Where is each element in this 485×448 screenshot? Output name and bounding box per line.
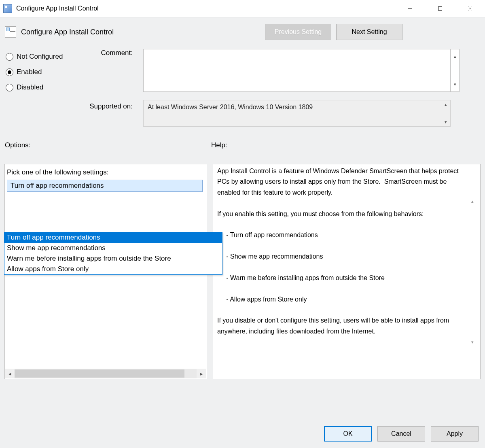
supported-on-box: At least Windows Server 2016, Windows 10… [143,100,451,127]
help-scrollbar[interactable]: ▴ ▾ [468,166,477,377]
radio-icon [6,68,13,76]
app-icon [3,4,12,13]
scroll-down-icon: ▾ [471,307,474,377]
scroll-thumb[interactable] [15,369,184,378]
comment-scrollbar[interactable]: ▴ ▾ [451,49,460,92]
app-body: Configure App Install Control Previous S… [0,17,485,448]
radio-enabled[interactable]: Enabled [6,64,84,80]
radio-label: Disabled [17,83,43,91]
cancel-button[interactable]: Cancel [377,426,425,442]
scroll-up-icon: ▴ [471,166,474,236]
svg-rect-1 [438,7,442,11]
policy-icon [5,26,16,38]
next-setting-button[interactable]: Next Setting [336,24,402,40]
help-text: App Install Control is a feature of Wind… [217,166,468,377]
comment-label: Comment: [84,49,143,57]
maximize-button[interactable] [425,0,455,17]
header-row: Configure App Install Control Previous S… [4,22,481,42]
window-title: Configure App Install Control [16,5,99,12]
help-panel: App Install Control is a feature of Wind… [213,164,481,379]
previous-setting-button: Previous Setting [265,24,331,40]
help-header: Help: [211,141,227,149]
scroll-up-icon: ▴ [441,100,450,109]
options-hscrollbar[interactable]: ◂ ▸ [5,369,206,378]
apply-button[interactable]: Apply [431,426,479,442]
policy-title: Configure App Install Control [21,28,114,36]
options-combobox[interactable]: Turn off app recommendations [7,180,203,192]
dialog-buttons: OK Cancel Apply [324,426,479,442]
radio-icon [6,53,13,61]
nav-buttons: Previous Setting Next Setting [265,24,402,40]
scroll-up-icon: ▴ [451,49,459,64]
radio-icon [6,84,13,91]
scroll-down-icon: ▾ [441,118,450,126]
radio-not-configured[interactable]: Not Configured [6,49,84,64]
dropdown-option[interactable]: Warn me before installing apps from outs… [4,253,222,264]
radio-label: Enabled [17,68,42,76]
options-prompt: Pick one of the following settings: [7,168,204,176]
supported-on-scrollbar[interactable]: ▴ ▾ [441,100,450,126]
options-header: Options: [4,141,211,149]
title-bar: Configure App Install Control [0,0,485,17]
radio-disabled[interactable]: Disabled [6,80,84,95]
options-dropdown-list[interactable]: Turn off app recommendationsShow me app … [4,232,222,275]
dropdown-option[interactable]: Allow apps from Store only [4,264,222,274]
radio-label: Not Configured [17,53,63,61]
section-headers: Options: Help: [4,141,481,149]
scroll-down-icon: ▾ [451,77,459,91]
dropdown-option[interactable]: Show me app recommendations [4,243,222,253]
dropdown-option[interactable]: Turn off app recommendations [4,232,222,243]
scroll-left-icon: ◂ [5,369,15,378]
minimize-button[interactable] [395,0,425,17]
close-button[interactable] [455,0,485,17]
comment-field[interactable] [143,49,451,92]
supported-on-value: At least Windows Server 2016, Windows 10… [144,100,441,126]
scroll-right-icon: ▸ [197,369,206,378]
state-radios: Not Configured Enabled Disabled [4,49,84,132]
supported-on-label: Supported on: [84,94,143,110]
ok-button[interactable]: OK [324,426,372,442]
policy-form: Not Configured Enabled Disabled Comment:… [4,49,481,132]
window-controls [395,0,485,17]
scroll-track [15,369,197,378]
